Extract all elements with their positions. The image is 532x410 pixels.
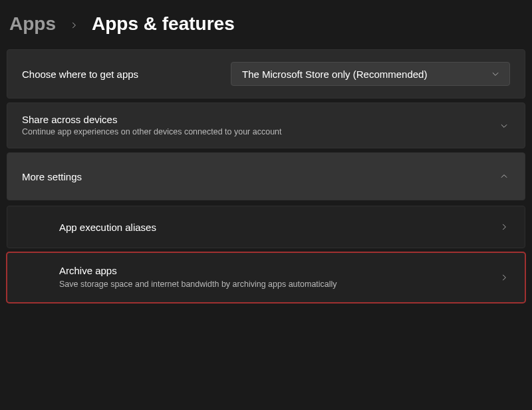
archive-apps-subtitle: Save storage space and internet bandwidt… xyxy=(59,279,337,290)
apps-source-selected: The Microsoft Store only (Recommended) xyxy=(242,69,427,80)
breadcrumb-current: Apps & features xyxy=(92,13,235,35)
more-settings-label: More settings xyxy=(22,171,82,182)
app-execution-aliases-title: App execution aliases xyxy=(59,222,156,233)
share-devices-subtitle: Continue app experiences on other device… xyxy=(22,126,282,137)
more-settings-items: App execution aliases Archive apps Save … xyxy=(7,204,525,302)
share-across-devices-card[interactable]: Share across devices Continue app experi… xyxy=(7,102,525,148)
share-devices-title: Share across devices xyxy=(22,114,282,125)
choose-apps-source-card: Choose where to get apps The Microsoft S… xyxy=(7,49,525,99)
app-execution-aliases-item[interactable]: App execution aliases xyxy=(7,206,525,248)
archive-apps-title: Archive apps xyxy=(59,265,337,276)
chevron-right-icon xyxy=(498,272,510,284)
apps-source-dropdown[interactable]: The Microsoft Store only (Recommended) xyxy=(231,62,510,86)
chevron-right-icon xyxy=(68,19,80,31)
chevron-down-icon xyxy=(489,68,501,80)
more-settings-card[interactable]: More settings xyxy=(7,152,525,200)
chevron-right-icon xyxy=(498,221,510,233)
chevron-down-icon xyxy=(498,120,510,132)
breadcrumb: Apps Apps & features xyxy=(7,11,525,49)
choose-apps-label: Choose where to get apps xyxy=(22,69,138,80)
breadcrumb-parent[interactable]: Apps xyxy=(9,13,56,35)
archive-apps-item[interactable]: Archive apps Save storage space and inte… xyxy=(7,252,525,302)
chevron-up-icon xyxy=(498,170,510,182)
